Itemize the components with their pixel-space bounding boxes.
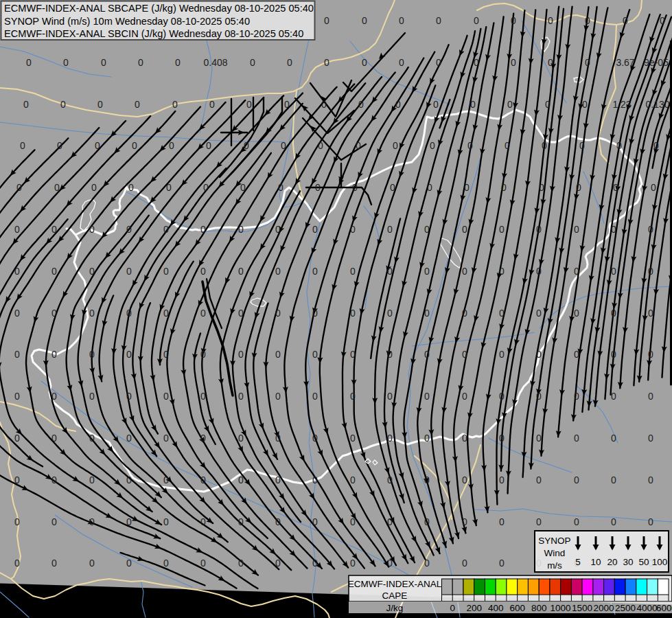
svg-text:0: 0 — [433, 99, 439, 110]
svg-text:J/kg: J/kg — [386, 603, 404, 613]
svg-text:ECMWF-INDEX-ANAL: ECMWF-INDEX-ANAL — [348, 579, 442, 589]
svg-text:0: 0 — [387, 433, 393, 444]
svg-text:0: 0 — [51, 516, 57, 527]
svg-text:200: 200 — [466, 603, 482, 613]
svg-text:0: 0 — [424, 266, 430, 277]
svg-text:0: 0 — [95, 140, 100, 151]
svg-text:0: 0 — [126, 433, 132, 444]
svg-text:0: 0 — [545, 99, 551, 110]
svg-text:0: 0 — [200, 349, 206, 360]
svg-text:0.408: 0.408 — [203, 57, 227, 68]
svg-text:0: 0 — [14, 308, 20, 319]
svg-text:0: 0 — [63, 57, 69, 68]
svg-text:0: 0 — [89, 433, 95, 444]
svg-text:0: 0 — [576, 182, 581, 193]
svg-text:0: 0 — [548, 15, 553, 26]
svg-text:0: 0 — [501, 182, 507, 193]
svg-text:0: 0 — [648, 266, 653, 277]
svg-text:0: 0 — [390, 182, 395, 193]
svg-text:0: 0 — [23, 99, 29, 110]
svg-text:0: 0 — [163, 433, 169, 444]
svg-text:0: 0 — [89, 391, 95, 402]
svg-text:0: 0 — [126, 308, 132, 319]
svg-text:0: 0 — [436, 57, 441, 68]
svg-text:0: 0 — [474, 57, 479, 68]
svg-text:0: 0 — [352, 182, 358, 193]
svg-text:0: 0 — [275, 224, 281, 235]
svg-text:0: 0 — [611, 516, 616, 527]
svg-text:0: 0 — [51, 266, 57, 277]
svg-text:0: 0 — [499, 474, 505, 485]
svg-text:0: 0 — [89, 349, 95, 360]
svg-text:0: 0 — [574, 224, 579, 235]
svg-text:0: 0 — [424, 308, 430, 319]
svg-text:0: 0 — [350, 433, 356, 444]
svg-text:0: 0 — [14, 391, 20, 402]
svg-text:0: 0 — [548, 57, 553, 68]
svg-text:0: 0 — [287, 57, 292, 68]
svg-text:0: 0 — [238, 349, 244, 360]
svg-text:0: 0 — [387, 308, 393, 319]
svg-text:0: 0 — [660, 15, 665, 26]
svg-text:0: 0 — [238, 433, 244, 444]
svg-text:0: 0 — [14, 474, 20, 485]
svg-text:0: 0 — [250, 57, 255, 68]
svg-text:0: 0 — [284, 99, 290, 110]
svg-text:0: 0 — [89, 224, 95, 235]
svg-text:0: 0 — [275, 349, 281, 360]
svg-text:0: 0 — [474, 15, 479, 26]
svg-text:0: 0 — [163, 224, 169, 235]
svg-text:0: 0 — [14, 433, 20, 444]
svg-text:0: 0 — [132, 140, 137, 151]
svg-text:0: 0 — [126, 349, 132, 360]
svg-text:0: 0 — [209, 99, 215, 110]
svg-text:0: 0 — [275, 266, 281, 277]
svg-text:0: 0 — [611, 266, 616, 277]
svg-text:0: 0 — [387, 391, 393, 402]
svg-text:0: 0 — [499, 266, 505, 277]
svg-text:2000: 2000 — [594, 603, 614, 613]
svg-text:0: 0 — [135, 99, 140, 110]
svg-text:0: 0 — [60, 99, 66, 110]
svg-text:SYNOP: SYNOP — [538, 536, 570, 546]
svg-text:0: 0 — [89, 308, 95, 319]
svg-text:0: 0 — [238, 224, 244, 235]
svg-text:0: 0 — [464, 182, 470, 193]
svg-text:3.67: 3.67 — [616, 57, 634, 68]
svg-text:0: 0 — [138, 57, 143, 68]
svg-text:9e-05: 9e-05 — [644, 57, 669, 68]
svg-text:ECMWF-INDEX-ANAL SBCAPE (J/kg): ECMWF-INDEX-ANAL SBCAPE (J/kg) Wednesday… — [4, 3, 314, 14]
svg-text:0: 0 — [387, 516, 393, 527]
svg-text:0: 0 — [462, 308, 467, 319]
svg-text:0: 0 — [648, 474, 653, 485]
svg-text:0: 0 — [312, 349, 318, 360]
svg-text:0: 0 — [648, 433, 653, 444]
svg-text:0: 0 — [275, 558, 281, 569]
svg-text:0: 0 — [393, 140, 398, 151]
svg-text:0: 0 — [57, 140, 62, 151]
svg-text:0: 0 — [128, 182, 134, 193]
svg-text:0: 0 — [611, 308, 616, 319]
svg-text:0: 0 — [126, 391, 132, 402]
svg-text:0: 0 — [387, 266, 393, 277]
svg-text:0: 0 — [499, 308, 505, 319]
svg-text:0: 0 — [350, 224, 356, 235]
svg-text:0: 0 — [648, 391, 653, 402]
svg-text:0: 0 — [238, 474, 244, 485]
svg-text:0: 0 — [166, 182, 172, 193]
svg-text:0: 0 — [312, 266, 318, 277]
svg-text:50: 50 — [638, 557, 649, 567]
svg-text:0: 0 — [91, 182, 97, 193]
svg-text:0: 0 — [395, 99, 401, 110]
svg-text:0: 0 — [89, 266, 95, 277]
svg-text:0: 0 — [200, 474, 206, 485]
svg-text:0: 0 — [101, 57, 106, 68]
svg-text:0: 0 — [89, 474, 95, 485]
svg-text:0: 0 — [511, 57, 516, 68]
svg-text:0: 0 — [424, 391, 430, 402]
svg-text:0: 0 — [536, 224, 542, 235]
svg-text:100: 100 — [652, 557, 668, 567]
svg-text:0: 0 — [574, 391, 579, 402]
svg-text:0: 0 — [536, 516, 542, 527]
svg-text:0: 0 — [499, 224, 505, 235]
